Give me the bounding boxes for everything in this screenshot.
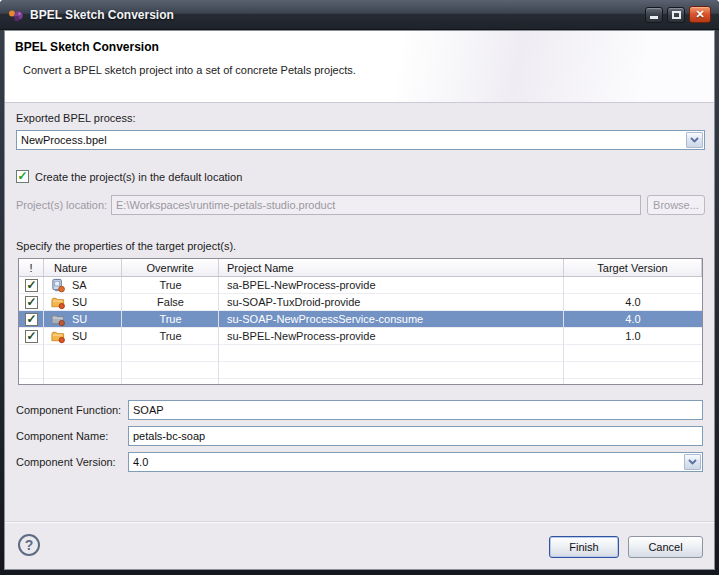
wizard-description: Convert a BPEL sketch project into a set…	[23, 64, 356, 76]
minimize-icon	[650, 16, 658, 19]
column-header-check[interactable]: !	[19, 259, 44, 276]
browse-button: Browse...	[647, 195, 705, 215]
target-version-cell: 1.0	[564, 328, 702, 344]
column-header-overwrite[interactable]: Overwrite	[122, 259, 219, 276]
target-version-cell: 4.0	[564, 311, 702, 327]
project-location-value: E:\Workspaces\runtime-petals-studio.prod…	[116, 199, 636, 211]
exported-bpel-label: Exported BPEL process:	[16, 112, 135, 124]
column-header-target-version[interactable]: Target Version	[564, 259, 702, 276]
component-name-label: Component Name:	[16, 430, 108, 442]
column-header-project-name[interactable]: Project Name	[219, 259, 564, 276]
project-name-cell: sa-BPEL-NewProcess-provide	[219, 277, 564, 293]
component-function-label: Component Function:	[16, 404, 121, 416]
row-check-cell: ✓	[19, 294, 44, 310]
dropdown-arrow-icon[interactable]	[684, 454, 701, 470]
target-version-cell: 4.0	[564, 294, 702, 310]
component-version-combo[interactable]: 4.0	[128, 452, 703, 472]
column-divider	[121, 277, 122, 384]
dropdown-arrow-icon[interactable]	[686, 132, 703, 148]
row-check-cell: ✓	[19, 328, 44, 344]
dialog-content: BPEL Sketch Conversion Convert a BPEL sk…	[4, 30, 715, 570]
default-location-checkbox[interactable]: ✓	[16, 170, 29, 183]
nature-label: SU	[72, 296, 87, 308]
component-version-value: 4.0	[133, 456, 684, 468]
footer-separator	[5, 521, 714, 522]
project-name-cell: su-BPEL-NewProcess-provide	[219, 328, 564, 344]
row-checkbox[interactable]: ✓	[25, 296, 38, 309]
column-header-nature[interactable]: Nature	[44, 259, 122, 276]
column-divider	[563, 277, 564, 384]
overwrite-cell: True	[122, 311, 219, 327]
project-location-label: Project(s) location:	[16, 199, 107, 211]
cancel-button[interactable]: Cancel	[628, 536, 703, 558]
nature-cell: SA	[44, 277, 122, 293]
target-version-cell	[564, 277, 702, 293]
nature-cell: SU	[44, 311, 122, 327]
nature-label: SU	[72, 330, 87, 342]
folder-icon	[50, 295, 66, 310]
help-button[interactable]: ?	[18, 534, 40, 556]
nature-cell: SU	[44, 294, 122, 310]
project-location-field: E:\Workspaces\runtime-petals-studio.prod…	[111, 195, 641, 215]
wizard-header: BPEL Sketch Conversion Convert a BPEL sk…	[5, 31, 714, 103]
close-button[interactable]: ✕	[689, 6, 711, 23]
maximize-button[interactable]	[667, 7, 685, 23]
row-checkbox[interactable]: ✓	[25, 279, 38, 292]
minimize-button[interactable]	[645, 7, 663, 23]
component-version-label: Component Version:	[16, 456, 116, 468]
nature-label: SU	[72, 313, 87, 325]
row-check-cell: ✓	[19, 311, 44, 327]
titlebar[interactable]: BPEL Sketch Conversion ✕	[0, 0, 719, 30]
default-location-label[interactable]: Create the project(s) in the default loc…	[35, 171, 242, 183]
project-name-cell: su-SOAP-NewProcessService-consume	[219, 311, 564, 327]
specify-properties-label: Specify the properties of the target pro…	[16, 240, 236, 252]
app-icon	[8, 7, 24, 23]
finish-button[interactable]: Finish	[549, 536, 619, 558]
window-title: BPEL Sketch Conversion	[30, 8, 645, 22]
column-divider	[43, 277, 44, 384]
component-function-field[interactable]	[128, 400, 703, 420]
sa-icon	[50, 278, 66, 293]
projects-table: ! Nature Overwrite Project Name Target V…	[18, 258, 703, 385]
overwrite-cell: True	[122, 277, 219, 293]
row-checkbox[interactable]: ✓	[25, 330, 38, 343]
exported-bpel-combo[interactable]: NewProcess.bpel	[16, 130, 705, 150]
maximize-icon	[672, 11, 681, 19]
row-check-cell: ✓	[19, 277, 44, 293]
component-name-field[interactable]	[128, 426, 703, 446]
overwrite-cell: True	[122, 328, 219, 344]
wizard-title: BPEL Sketch Conversion	[15, 40, 159, 54]
row-checkbox[interactable]: ✓	[25, 313, 38, 326]
dialog-window: BPEL Sketch Conversion ✕ BPEL Sketch Con…	[0, 0, 719, 575]
table-header: ! Nature Overwrite Project Name Target V…	[19, 259, 702, 277]
exported-bpel-value: NewProcess.bpel	[21, 134, 686, 146]
folder-icon	[50, 329, 66, 344]
overwrite-cell: False	[122, 294, 219, 310]
nature-cell: SU	[44, 328, 122, 344]
folder-icon	[50, 312, 66, 327]
nature-label: SA	[72, 279, 87, 291]
project-name-cell: su-SOAP-TuxDroid-provide	[219, 294, 564, 310]
column-divider	[218, 277, 219, 384]
